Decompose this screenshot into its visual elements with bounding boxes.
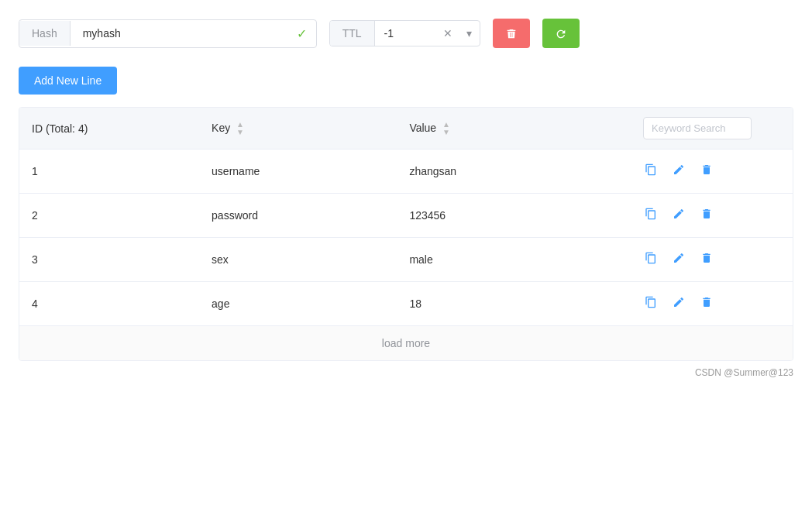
col-id: ID (Total: 4) xyxy=(19,108,199,150)
cell-key: age xyxy=(199,282,397,326)
cell-actions xyxy=(631,238,793,282)
load-more-button[interactable]: load more xyxy=(382,337,430,349)
cell-key: sex xyxy=(199,238,397,282)
table-row: 2 password 123456 xyxy=(19,194,793,238)
copy-button[interactable] xyxy=(643,294,659,313)
cell-actions xyxy=(631,194,793,238)
refresh-button[interactable] xyxy=(542,19,580,48)
trash-icon xyxy=(505,28,518,40)
load-more-row: load more xyxy=(19,326,793,361)
edit-button[interactable] xyxy=(671,250,686,269)
cell-id: 4 xyxy=(19,282,199,326)
cell-value: zhangsan xyxy=(397,150,631,194)
cell-value: 123456 xyxy=(397,194,631,238)
table-row: 1 username zhangsan xyxy=(19,150,793,194)
edit-button[interactable] xyxy=(671,162,686,181)
add-new-line-button[interactable]: Add New Line xyxy=(19,67,117,95)
cell-key: username xyxy=(199,150,397,194)
col-key: Key ▲▼ xyxy=(199,108,397,150)
ttl-dropdown-icon[interactable]: ▾ xyxy=(459,21,480,46)
cell-actions xyxy=(631,282,793,326)
ttl-input[interactable] xyxy=(375,21,437,46)
ttl-field: TTL ✕ ▾ xyxy=(329,20,480,46)
cell-key: password xyxy=(199,194,397,238)
value-sort-icon[interactable]: ▲▼ xyxy=(442,121,450,136)
check-icon[interactable]: ✓ xyxy=(287,20,316,47)
col-actions xyxy=(631,108,793,150)
key-field: Hash ✓ xyxy=(19,19,317,48)
cell-actions xyxy=(631,150,793,194)
cell-id: 2 xyxy=(19,194,199,238)
refresh-icon xyxy=(555,28,567,40)
cell-value: male xyxy=(397,238,631,282)
keyword-search-input[interactable] xyxy=(643,117,752,139)
row-delete-button[interactable] xyxy=(699,162,714,181)
row-delete-button[interactable] xyxy=(699,294,714,313)
table-header: ID (Total: 4) Key ▲▼ Value ▲▼ xyxy=(19,108,793,150)
copy-button[interactable] xyxy=(643,206,659,225)
cell-value: 18 xyxy=(397,282,631,326)
edit-button[interactable] xyxy=(671,206,686,225)
edit-button[interactable] xyxy=(671,294,686,313)
col-value: Value ▲▼ xyxy=(397,108,631,150)
delete-button[interactable] xyxy=(493,19,530,48)
cell-id: 3 xyxy=(19,238,199,282)
cell-id: 1 xyxy=(19,150,199,194)
key-input[interactable] xyxy=(71,21,287,46)
key-sort-icon[interactable]: ▲▼ xyxy=(236,121,244,136)
toolbar: Hash ✓ TTL ✕ ▾ xyxy=(19,19,793,48)
row-delete-button[interactable] xyxy=(699,250,714,269)
copy-button[interactable] xyxy=(643,250,659,269)
ttl-clear-icon[interactable]: ✕ xyxy=(437,21,459,46)
table-row: 4 age 18 xyxy=(19,282,793,326)
row-delete-button[interactable] xyxy=(699,206,714,225)
key-type-label: Hash xyxy=(19,21,71,46)
watermark: CSDN @Summer@123 xyxy=(19,367,793,378)
ttl-label: TTL xyxy=(330,21,375,46)
data-table: ID (Total: 4) Key ▲▼ Value ▲▼ xyxy=(19,107,793,361)
table-row: 3 sex male xyxy=(19,238,793,282)
copy-button[interactable] xyxy=(643,162,659,181)
